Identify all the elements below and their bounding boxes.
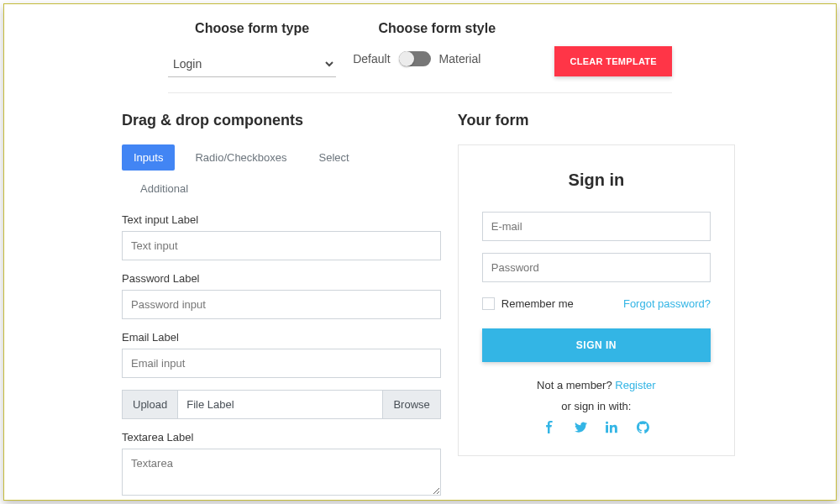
password-field[interactable] [482,253,711,282]
style-material-label: Material [439,52,481,66]
form-preview-title: Your form [458,112,735,129]
email-input-label: Email Label [122,331,441,344]
form-style-column: Choose form style Default Material [353,21,521,66]
text-input-label: Text input Label [122,213,441,226]
signin-card: Sign in Remember me Forgot password? SIG… [458,144,735,456]
text-input-component[interactable]: Text input Label [122,213,441,260]
remember-text: Remember me [501,297,574,310]
main-area: Drag & drop components Inputs Radio/Chec… [4,93,836,501]
component-tabs: Inputs Radio/Checkboxes Select [122,144,441,171]
linkedin-icon[interactable] [606,421,618,433]
form-preview-panel: Your form Sign in Remember me Forgot pas… [458,112,735,501]
clear-template-button[interactable]: CLEAR TEMPLATE [554,46,672,76]
register-prompt: Not a member? Register [482,379,711,391]
twitter-icon[interactable] [575,421,587,433]
forgot-password-link[interactable]: Forgot password? [623,297,711,310]
signin-heading: Sign in [482,171,711,190]
remember-label[interactable]: Remember me [482,297,574,310]
browse-addon[interactable]: Browse [382,391,439,418]
remember-checkbox[interactable] [482,297,495,310]
email-input-component[interactable]: Email Label [122,331,441,378]
tab-select[interactable]: Select [307,144,361,171]
components-title: Drag & drop components [122,112,441,129]
upload-addon[interactable]: Upload [123,391,178,418]
components-panel: Drag & drop components Inputs Radio/Chec… [122,112,441,501]
alt-signin-text: or sign in with: [482,400,711,412]
social-row [482,421,711,433]
register-link[interactable]: Register [615,379,655,391]
textarea-label: Textarea Label [122,431,441,444]
tab-additional[interactable]: Additional [129,176,200,202]
style-toggle-group: Default Material [353,51,521,66]
style-default-label: Default [353,52,390,66]
textarea-component[interactable]: Textarea Label [122,431,441,499]
facebook-icon[interactable] [543,421,556,433]
github-icon[interactable] [637,421,649,433]
password-input-field[interactable] [122,290,441,319]
not-member-text: Not a member? [537,379,615,391]
file-input-group: Upload File Label Browse [122,390,441,419]
form-type-select[interactable]: Login [168,51,336,77]
signin-button[interactable]: SIGN IN [482,328,711,362]
switch-knob [399,51,414,66]
textarea-field[interactable] [122,449,441,496]
tab-radio-checkboxes[interactable]: Radio/Checkboxes [183,144,298,171]
file-input-component[interactable]: Upload File Label Browse [122,390,441,419]
file-label-text: File Label [178,391,382,418]
top-bar: Choose form type Login Choose form style… [168,4,672,93]
email-input-field[interactable] [122,349,441,378]
password-input-label: Password Label [122,272,441,285]
style-switch[interactable] [399,51,431,66]
form-type-column: Choose form type Login [168,21,336,77]
remember-row: Remember me Forgot password? [482,297,711,310]
tab-inputs[interactable]: Inputs [122,144,175,171]
password-input-component[interactable]: Password Label [122,272,441,319]
form-type-heading: Choose form type [168,21,336,36]
email-field[interactable] [482,212,711,241]
form-style-heading: Choose form style [353,21,521,36]
component-tabs-row2: Additional [129,176,441,202]
text-input-field[interactable] [122,231,441,260]
